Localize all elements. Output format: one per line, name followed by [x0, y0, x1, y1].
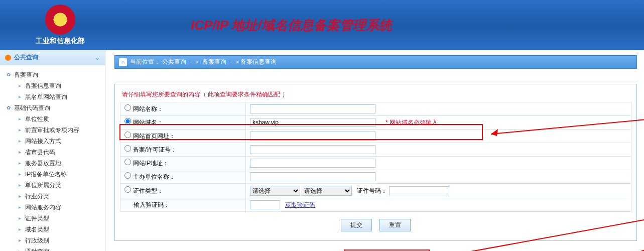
label-site-name: 网站名称： [133, 105, 163, 112]
tree-group[interactable]: ✿基础代码查询 [2, 102, 103, 113]
page-icon: ▸ [16, 93, 23, 100]
page-icon: ▸ [16, 115, 23, 122]
gear-icon: ✿ [5, 104, 12, 111]
breadcrumb-sep2: －＞ [228, 58, 240, 66]
home-icon[interactable]: ⌂ [119, 58, 127, 66]
nav-tree: ✿备案查询▸备案信息查询▸黑名单网站查询✿基础代码查询▸单位性质▸前置审批或专项… [0, 65, 105, 251]
annotation-arrow-3 [571, 244, 644, 251]
input-ip[interactable] [250, 159, 375, 168]
sidebar-header-label: 公共查询 [14, 53, 38, 62]
page-icon: ▸ [16, 237, 23, 244]
org-name: 工业和信息化部 [36, 37, 85, 46]
select-cert-type-2[interactable]: 请选择 [302, 186, 352, 196]
input-sponsor[interactable] [250, 172, 375, 181]
label-homepage: 网站首页网址： [133, 133, 175, 140]
gear-icon: ✿ [5, 71, 12, 78]
reset-button[interactable]: 重置 [379, 219, 411, 231]
tree-item[interactable]: ▸单位所属分类 [2, 180, 103, 191]
page-icon: ▸ [16, 82, 23, 89]
breadcrumb-a[interactable]: 公共查询 [162, 58, 186, 66]
radio-site-name[interactable] [124, 104, 131, 111]
tree-item[interactable]: ▸IP报备单位名称 [2, 169, 103, 180]
input-site-name[interactable] [250, 104, 375, 113]
label-captcha: 输入验证码： [134, 201, 170, 208]
tree-group[interactable]: ✿备案查询 [2, 69, 103, 80]
page-icon: ▸ [16, 193, 23, 200]
page-icon: ▸ [16, 248, 23, 251]
page-icon: ▸ [16, 204, 23, 211]
radio-ip[interactable] [124, 159, 131, 165]
input-domain[interactable] [250, 118, 375, 127]
sidebar-header[interactable]: 公共查询 ⌄ [0, 50, 105, 65]
tree-item[interactable]: ▸前置审批或专项内容 [2, 124, 103, 136]
breadcrumb-b[interactable]: 备案查询 [202, 58, 226, 66]
page-icon: ▸ [16, 127, 23, 134]
tree-item[interactable]: ▸证件类型 [2, 213, 103, 224]
tree-item[interactable]: ▸黑名单网站查询 [2, 91, 103, 102]
page-icon: ▸ [16, 160, 23, 167]
page-icon: ▸ [16, 215, 23, 222]
button-row: 提交 重置 [120, 212, 631, 231]
radio-domain[interactable] [124, 118, 131, 124]
tree-item[interactable]: ▸省市县代码 [2, 147, 103, 158]
emblem-icon [45, 5, 75, 35]
content: ⌂ 当前位置： 公共查询 －＞ 备案查询 －＞ 备案信息查询 请仔细填写您所要查… [105, 50, 644, 251]
tree-item[interactable]: ▸域名类型 [2, 224, 103, 235]
tree-item[interactable]: ▸网站接入方式 [2, 136, 103, 147]
tree-item[interactable]: ▸行业分类 [2, 191, 103, 202]
label-ip: 网站IP地址： [133, 160, 169, 167]
page-icon: ▸ [16, 138, 23, 145]
tree-item[interactable]: ▸备案信息查询 [2, 80, 103, 91]
input-homepage[interactable] [250, 132, 375, 141]
label-cert-no: 证件号码： [357, 187, 387, 194]
tree-item[interactable]: ▸行政级别 [2, 235, 103, 246]
radio-cert-type[interactable] [124, 186, 131, 193]
breadcrumb-c: 备案信息查询 [240, 58, 277, 66]
radio-sponsor[interactable] [124, 172, 131, 179]
page-icon: ▸ [16, 171, 23, 178]
bullet-icon [5, 55, 11, 61]
form-table: 网站名称： 网站域名： * 网站域名必须输入 网站首页网址： 备案/许可证号： … [120, 102, 631, 212]
label-sponsor: 主办单位名称： [133, 173, 175, 180]
breadcrumb-prefix: 当前位置： [130, 58, 160, 66]
tree-item[interactable]: ▸网站服务内容 [2, 202, 103, 213]
radio-homepage[interactable] [124, 132, 131, 138]
domain-note: * 网站域名必须输入 [385, 119, 438, 126]
label-cert-type: 证件类型： [133, 187, 163, 194]
input-captcha[interactable] [250, 200, 280, 209]
radio-license[interactable] [124, 145, 131, 152]
system-title: ICP/IP 地址/域名信息备案管理系统 [191, 17, 392, 34]
chevron-down-icon: ⌄ [95, 54, 100, 61]
page-icon: ▸ [16, 182, 23, 189]
tree-item[interactable]: ▸语种查询 [2, 246, 103, 251]
tree-item[interactable]: ▸单位性质 [2, 113, 103, 124]
label-license: 备案/许可证号： [133, 146, 177, 153]
select-cert-type-1[interactable]: 请选择 [250, 186, 300, 196]
label-domain: 网站域名： [133, 119, 163, 126]
header-left: 工业和信息化部 [15, 5, 105, 46]
sidebar: 公共查询 ⌄ ✿备案查询▸备案信息查询▸黑名单网站查询✿基础代码查询▸单位性质▸… [0, 50, 105, 251]
breadcrumb: ⌂ 当前位置： 公共查询 －＞ 备案查询 －＞ 备案信息查询 [114, 55, 637, 69]
breadcrumb-sep1: －＞ [188, 58, 200, 66]
page-icon: ▸ [16, 226, 23, 233]
submit-button[interactable]: 提交 [341, 219, 372, 231]
form-panel: 请仔细填写您所要查询的内容（ 此项查询要求条件精确匹配 ） 网站名称： 网站域名… [114, 84, 637, 241]
page-icon: ▸ [16, 149, 23, 156]
input-license[interactable] [250, 145, 375, 154]
tree-item[interactable]: ▸服务器放置地 [2, 158, 103, 169]
header: 工业和信息化部 ICP/IP 地址/域名信息备案管理系统 [0, 0, 644, 50]
form-tip: 请仔细填写您所要查询的内容（ 此项查询要求条件精确匹配 ） [120, 89, 631, 102]
captcha-link[interactable]: 获取验证码 [285, 201, 315, 208]
input-cert-no[interactable] [389, 186, 449, 195]
